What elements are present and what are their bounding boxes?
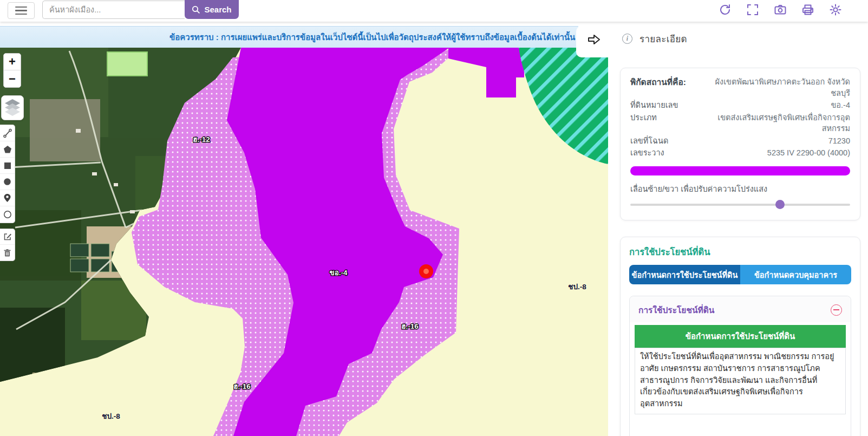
square-icon	[4, 162, 11, 170]
zoom-out-button[interactable]: −	[4, 70, 21, 87]
fullscreen-button[interactable]	[746, 3, 759, 16]
detail-label: เลขระวาง	[630, 147, 712, 159]
accordion-title: การใช้ประโยชน์ที่ดิน	[638, 303, 714, 317]
detail-value: 5235 IV 2290-00 (4000)	[712, 147, 850, 159]
opacity-slider-track[interactable]	[630, 204, 850, 206]
detail-row-sheet: เลขระวาง 5235 IV 2290-00 (4000)	[630, 147, 850, 159]
map-label-h16-b: ฮ.-16	[233, 382, 251, 391]
collapse-minus-icon[interactable]	[831, 304, 842, 316]
opacity-slider-thumb[interactable]	[775, 200, 785, 209]
landuse-banner: ข้อกำหนดการใช้ประโยชน์ที่ดิน	[635, 325, 846, 348]
detail-row-type: ประเภท เขตส่งเสริมเศรษฐกิจพิเศษเพื่อกิจก…	[630, 112, 850, 134]
tab-landuse-regulations[interactable]: ข้อกำหนดการใช้ประโยชน์ที่ดิน	[629, 265, 740, 284]
detail-value: 71230	[712, 135, 850, 147]
panel-header: i รายละเอียด	[620, 31, 860, 46]
draw-marker-tool[interactable]	[0, 190, 15, 206]
search-button-label: Search	[204, 5, 231, 14]
filled-circle-icon	[3, 178, 11, 186]
detail-value: ผังเขตพัฒนาพิเศษภาคตะวันออก จังหวัดชลบุร…	[712, 76, 850, 99]
opacity-slider[interactable]	[630, 200, 850, 209]
detail-label: ที่ดินหมายเลข	[630, 100, 712, 111]
search-button[interactable]: Search	[185, 0, 239, 19]
info-icon: i	[622, 34, 632, 44]
map-svg: ฮ.-12 ขอ.-4 ฮ.-16 ฮ.-16 ชป.-8 ชป.-8	[0, 48, 608, 436]
tab-building-control[interactable]: ข้อกำหนดควบคุมอาคาร	[740, 265, 851, 284]
detail-label: ประเภท	[630, 112, 712, 134]
selected-location-marker	[419, 264, 433, 278]
detail-value: เขตส่งเสริมเศรษฐกิจพิเศษเพื่อกิจการอุตสห…	[712, 112, 850, 134]
zoom-in-button[interactable]: +	[4, 54, 21, 70]
map-pin-icon	[3, 193, 11, 203]
edit-pencil-icon	[3, 232, 12, 241]
trash-icon	[3, 249, 11, 257]
landuse-tabs: ข้อกำหนดการใช้ประโยชน์ที่ดิน ข้อกำหนดควบ…	[629, 265, 851, 284]
notice-bar: ข้อควรทราบ : การเผยแพร่และบริการข้อมูลใน…	[0, 26, 578, 48]
layers-icon	[3, 98, 22, 118]
top-bar: Search	[0, 0, 868, 22]
landuse-section-title: การใช้ประโยชน์ที่ดิน	[629, 245, 851, 259]
zoom-control: + −	[3, 53, 21, 88]
map-label-chp8-b: ชป.-8	[102, 412, 120, 420]
details-panel: i รายละเอียด พิกัดสถานที่คือ: ผังเขตพัฒน…	[608, 0, 868, 436]
opacity-hint-label: เลื่อนซ้าย/ขวา เพื่อปรับค่าความโปร่งแสง	[630, 183, 850, 195]
printer-icon	[801, 3, 814, 16]
panel-title: รายละเอียด	[639, 31, 687, 46]
map-label-chp8-a: ชป.-8	[568, 283, 586, 291]
detail-row-location: พิกัดสถานที่คือ: ผังเขตพัฒนาพิเศษภาคตะวั…	[630, 76, 850, 99]
landuse-accordion: การใช้ประโยชน์ที่ดิน ข้อกำหนดการใช้ประโย…	[629, 296, 851, 436]
detail-label: เลขที่โฉนด	[630, 135, 712, 147]
delete-feature-button[interactable]	[0, 245, 15, 261]
map-canvas[interactable]: ฮ.-12 ขอ.-4 ฮ.-16 ฮ.-16 ชป.-8 ชป.-8	[0, 48, 608, 436]
refresh-button[interactable]	[719, 3, 732, 16]
menu-button[interactable]	[8, 2, 35, 19]
camera-icon	[774, 3, 787, 16]
outline-circle-icon	[3, 210, 12, 219]
landuse-card: การใช้ประโยชน์ที่ดิน ข้อกำหนดการใช้ประโย…	[620, 237, 860, 436]
map-label-h12: ฮ.-12	[193, 135, 210, 144]
notice-text: ข้อควรทราบ : การเผยแพร่และบริการข้อมูลใน…	[0, 27, 578, 48]
zone-color-swatch	[630, 166, 850, 175]
location-details-card: พิกัดสถานที่คือ: ผังเขตพัฒนาพิเศษภาคตะวั…	[620, 68, 860, 220]
snapshot-button[interactable]	[774, 3, 787, 16]
line-icon	[3, 128, 12, 138]
layers-button[interactable]	[1, 95, 24, 120]
landuse-body-text: ให้ใช้ประโยชน์ที่ดินเพื่ออุตสาหกรรม พาณิ…	[635, 348, 846, 414]
draw-toolstrip	[0, 125, 15, 223]
draw-line-tool[interactable]	[0, 125, 15, 141]
edit-toolstrip	[0, 229, 15, 261]
draw-polygon-tool[interactable]	[0, 141, 15, 158]
map-actions	[719, 3, 842, 16]
draw-point-tool[interactable]	[0, 206, 15, 223]
gear-icon	[829, 3, 842, 16]
detail-row-deed: เลขที่โฉนด 71230	[630, 135, 850, 147]
print-button[interactable]	[801, 3, 814, 16]
refresh-icon	[719, 3, 732, 16]
map-label-kho4: ขอ.-4	[329, 269, 348, 277]
panel-collapse-tab	[576, 26, 609, 57]
collapse-panel-arrow-icon[interactable]	[587, 32, 601, 47]
detail-label: พิกัดสถานที่คือ:	[630, 76, 712, 99]
draw-rectangle-tool[interactable]	[0, 158, 15, 174]
fullscreen-icon	[746, 3, 759, 16]
map-label-h16-a: ฮ.-16	[401, 322, 419, 330]
accordion-header[interactable]: การใช้ประโยชน์ที่ดิน	[630, 296, 851, 322]
search-icon	[192, 5, 200, 14]
edit-feature-button[interactable]	[0, 229, 15, 245]
detail-value: ขอ.-4	[712, 100, 850, 111]
pentagon-icon	[3, 145, 12, 154]
detail-row-parcel: ที่ดินหมายเลข ขอ.-4	[630, 100, 850, 111]
settings-button[interactable]	[829, 3, 842, 16]
draw-circle-tool[interactable]	[0, 174, 15, 190]
search-input[interactable]	[42, 1, 185, 19]
